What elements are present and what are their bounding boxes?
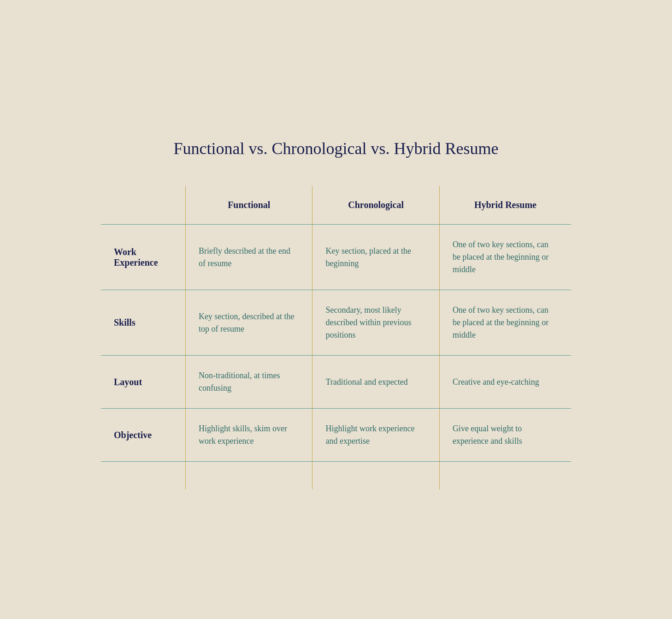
layout-hybrid: Creative and eye-catching bbox=[439, 356, 571, 409]
skills-chronological: Secondary, most likely described within … bbox=[312, 290, 439, 356]
layout-functional: Non-traditional, at times confusing bbox=[186, 356, 312, 409]
skills-hybrid: One of two key sections, can be placed a… bbox=[439, 290, 571, 356]
objective-chronological: Highlight work experience and expertise bbox=[312, 409, 439, 462]
page-container: Functional vs. Chronological vs. Hybrid … bbox=[83, 111, 589, 508]
row-header-work-experience: Work Experience bbox=[101, 225, 186, 290]
footer-row bbox=[101, 462, 571, 490]
footer-cell-4 bbox=[439, 462, 571, 490]
table-row: Layout Non-traditional, at times confusi… bbox=[101, 356, 571, 409]
empty-header bbox=[101, 186, 186, 225]
row-header-skills: Skills bbox=[101, 290, 186, 356]
row-header-layout: Layout bbox=[101, 356, 186, 409]
table-row: Work Experience Briefly described at the… bbox=[101, 225, 571, 290]
col-header-chronological: Chronological bbox=[312, 186, 439, 225]
page-title: Functional vs. Chronological vs. Hybrid … bbox=[101, 139, 571, 158]
comparison-table: Functional Chronological Hybrid Resume W… bbox=[101, 186, 571, 489]
footer-cell-3 bbox=[312, 462, 439, 490]
header-row: Functional Chronological Hybrid Resume bbox=[101, 186, 571, 225]
col-header-functional: Functional bbox=[186, 186, 312, 225]
col-header-hybrid: Hybrid Resume bbox=[439, 186, 571, 225]
row-header-objective: Objective bbox=[101, 409, 186, 462]
footer-cell-2 bbox=[186, 462, 312, 490]
work-experience-hybrid: One of two key sections, can be placed a… bbox=[439, 225, 571, 290]
objective-functional: Highlight skills, skim over work experie… bbox=[186, 409, 312, 462]
objective-hybrid: Give equal weight to experience and skil… bbox=[439, 409, 571, 462]
work-experience-functional: Briefly described at the end of resume bbox=[186, 225, 312, 290]
layout-chronological: Traditional and expected bbox=[312, 356, 439, 409]
skills-functional: Key section, described at the top of res… bbox=[186, 290, 312, 356]
table-row: Objective Highlight skills, skim over wo… bbox=[101, 409, 571, 462]
table-body: Work Experience Briefly described at the… bbox=[101, 225, 571, 462]
table-row: Skills Key section, described at the top… bbox=[101, 290, 571, 356]
work-experience-chronological: Key section, placed at the beginning bbox=[312, 225, 439, 290]
footer-cell-1 bbox=[101, 462, 186, 490]
